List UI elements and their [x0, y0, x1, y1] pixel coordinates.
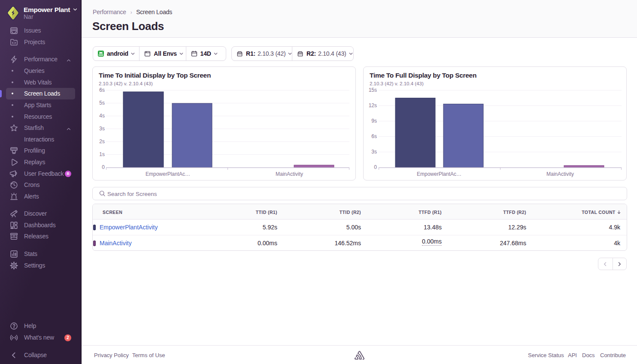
svg-text:1s: 1s: [99, 151, 105, 157]
svg-text:0: 0: [102, 164, 105, 170]
svg-text:6s: 6s: [99, 87, 105, 93]
svg-text:EmpowerPlantAc…: EmpowerPlantAc…: [146, 171, 190, 177]
svg-text:MainActivity: MainActivity: [276, 171, 303, 177]
svg-text:6s: 6s: [371, 133, 377, 139]
svg-text:0: 0: [374, 164, 377, 170]
svg-text:MainActivity: MainActivity: [546, 171, 574, 177]
svg-text:9s: 9s: [371, 118, 377, 124]
svg-text:5s: 5s: [99, 100, 105, 106]
svg-text:2s: 2s: [99, 138, 105, 144]
svg-text:3s: 3s: [99, 126, 105, 132]
svg-text:12s: 12s: [369, 102, 377, 108]
svg-text:EmpowerPlantAc…: EmpowerPlantAc…: [417, 171, 461, 177]
svg-text:15s: 15s: [369, 87, 377, 93]
svg-text:4s: 4s: [99, 113, 105, 119]
svg-text:3s: 3s: [371, 149, 377, 155]
